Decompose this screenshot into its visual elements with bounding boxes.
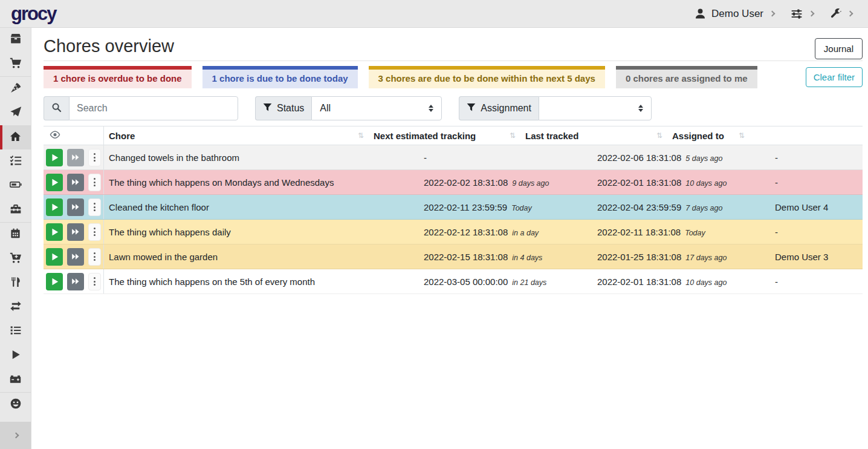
banner-assigned-to-me[interactable]: 0 chores are assigned to me bbox=[616, 66, 757, 88]
next-tracking-date: 2022-03-05 00:00:00 bbox=[424, 277, 508, 287]
main-content: Chores overview Journal 1 chore is overd… bbox=[31, 28, 868, 449]
grocy-logo[interactable]: grocy bbox=[11, 3, 56, 25]
assigned-to-value: - bbox=[770, 227, 863, 237]
pizza-slice-icon bbox=[10, 82, 22, 96]
sidebar-item-inventory[interactable] bbox=[0, 320, 31, 344]
chore-name: The thing which happens on the 5th of ev… bbox=[104, 277, 419, 287]
track-chore-button[interactable] bbox=[46, 248, 63, 266]
last-tracked-relative: 17 days ago bbox=[685, 254, 727, 262]
admin-menu[interactable] bbox=[830, 8, 852, 19]
status-filter-group: Status All bbox=[255, 96, 442, 120]
sidebar-item-batteries[interactable] bbox=[0, 174, 31, 198]
column-visibility-button[interactable] bbox=[44, 126, 104, 145]
status-select[interactable]: All bbox=[311, 96, 442, 120]
more-actions-button[interactable] bbox=[88, 248, 101, 266]
track-chore-button[interactable] bbox=[46, 149, 63, 166]
utensils-icon bbox=[10, 276, 21, 290]
header-last-tracked[interactable]: Last tracked ⇅ bbox=[520, 126, 667, 145]
page-title: Chores overview bbox=[44, 36, 174, 56]
home-icon bbox=[9, 130, 22, 145]
next-tracking-relative: 9 days ago bbox=[512, 179, 549, 188]
assignment-filter-group: Assignment bbox=[459, 96, 652, 120]
select-arrows-icon bbox=[429, 105, 433, 112]
header-chore[interactable]: Chore ⇅ bbox=[104, 126, 369, 145]
table-row: The thing which happens on the 5th of ev… bbox=[44, 269, 863, 294]
user-menu-label: Demo User bbox=[711, 8, 763, 20]
sidebar-item-recipes[interactable] bbox=[0, 77, 31, 101]
clear-filter-button[interactable]: Clear filter bbox=[806, 67, 863, 87]
sidebar-expand-button[interactable] bbox=[0, 422, 31, 449]
next-tracking-relative: in 21 days bbox=[512, 278, 546, 287]
cart-plus-icon bbox=[10, 252, 22, 266]
track-chore-button[interactable] bbox=[46, 174, 63, 191]
track-chore-button[interactable] bbox=[46, 273, 63, 290]
status-filter-label: Status bbox=[255, 96, 311, 120]
user-menu[interactable]: Demo User bbox=[695, 8, 774, 20]
filter-icon bbox=[263, 103, 272, 114]
sidebar-item-stock[interactable] bbox=[0, 28, 31, 52]
chore-name: The thing which happens on Mondays and W… bbox=[104, 177, 419, 188]
chores-table: Chore ⇅ Next estimated tracking ⇅ Last t… bbox=[44, 126, 863, 294]
more-actions-button[interactable] bbox=[88, 273, 101, 290]
assigned-to-value: Demo User 4 bbox=[770, 202, 863, 212]
more-actions-button[interactable] bbox=[88, 198, 101, 216]
more-actions-button[interactable] bbox=[88, 149, 101, 166]
search-input[interactable] bbox=[69, 96, 238, 120]
sidebar-item-equipment[interactable] bbox=[0, 198, 31, 222]
chore-name: The thing which happens daily bbox=[104, 227, 419, 237]
banner-due-today[interactable]: 1 chore is due to be done today bbox=[202, 66, 358, 88]
sidebar-item-purchase[interactable] bbox=[0, 247, 31, 271]
sidebar-item-calendar[interactable] bbox=[0, 223, 31, 247]
skip-chore-button[interactable] bbox=[67, 149, 84, 166]
table-row: The thing which happens on Mondays and W… bbox=[44, 170, 863, 195]
banner-due-soon[interactable]: 3 chores are due to be done within the n… bbox=[369, 66, 605, 88]
assigned-to-value: - bbox=[770, 277, 863, 287]
sidebar-item-consume[interactable] bbox=[0, 271, 31, 295]
next-tracking-date: 2022-02-11 23:59:59 bbox=[424, 202, 507, 212]
table-row: Changed towels in the bathroom - 2022-02… bbox=[44, 145, 863, 170]
track-chore-button[interactable] bbox=[46, 223, 63, 241]
smiley-icon bbox=[10, 398, 22, 412]
paper-plane-icon bbox=[10, 106, 22, 120]
user-icon bbox=[695, 8, 706, 19]
next-tracking-date: 2022-02-15 18:31:08 bbox=[424, 252, 508, 262]
next-tracking-relative: in a day bbox=[512, 229, 539, 237]
settings-sliders-icon bbox=[791, 8, 803, 20]
sidebar-item-chores[interactable] bbox=[0, 125, 31, 149]
skip-chore-button[interactable] bbox=[67, 223, 84, 241]
filter-row: Status All Assignment bbox=[44, 96, 863, 120]
search-icon bbox=[51, 102, 62, 115]
last-tracked-relative: 7 days ago bbox=[685, 204, 722, 212]
header-assigned-to[interactable]: Assigned to ⇅ bbox=[667, 126, 750, 145]
sidebar-item-transfer[interactable] bbox=[0, 295, 31, 320]
sidebar-item-user-entities[interactable] bbox=[0, 393, 31, 417]
banner-overdue[interactable]: 1 chore is overdue to be done bbox=[44, 66, 192, 88]
sidebar-item-chore-tracking[interactable] bbox=[0, 344, 31, 368]
chore-name: Cleaned the kitchen floor bbox=[104, 202, 419, 212]
sidebar-item-battery-tracking[interactable] bbox=[0, 368, 31, 392]
filter-icon bbox=[467, 103, 476, 114]
title-divider bbox=[44, 61, 863, 61]
chevron-right-icon bbox=[847, 11, 853, 17]
skip-chore-button[interactable] bbox=[67, 248, 84, 266]
table-header-row: Chore ⇅ Next estimated tracking ⇅ Last t… bbox=[44, 126, 863, 145]
skip-chore-button[interactable] bbox=[67, 273, 84, 290]
journal-button[interactable]: Journal bbox=[815, 38, 863, 59]
last-tracked-date: 2022-02-06 18:31:08 bbox=[597, 152, 681, 163]
assignment-select[interactable] bbox=[539, 96, 652, 120]
tasks-icon bbox=[10, 154, 22, 169]
skip-chore-button[interactable] bbox=[67, 174, 84, 191]
sidebar-item-meal-plan[interactable] bbox=[0, 101, 31, 125]
track-chore-button[interactable] bbox=[46, 198, 63, 216]
settings-menu[interactable] bbox=[791, 8, 814, 20]
table-row: Cleaned the kitchen floor 2022-02-11 23:… bbox=[44, 195, 863, 220]
more-actions-button[interactable] bbox=[88, 223, 101, 241]
more-actions-button[interactable] bbox=[88, 174, 101, 191]
table-row: Lawn mowed in the garden 2022-02-15 18:3… bbox=[44, 244, 863, 269]
skip-chore-button[interactable] bbox=[67, 198, 84, 216]
sidebar-item-tasks[interactable] bbox=[0, 149, 31, 174]
top-navbar: grocy Demo User bbox=[0, 0, 868, 28]
header-next-estimated-tracking[interactable]: Next estimated tracking ⇅ bbox=[369, 126, 520, 145]
sidebar bbox=[0, 28, 31, 449]
sidebar-item-shopping-list[interactable] bbox=[0, 52, 31, 76]
